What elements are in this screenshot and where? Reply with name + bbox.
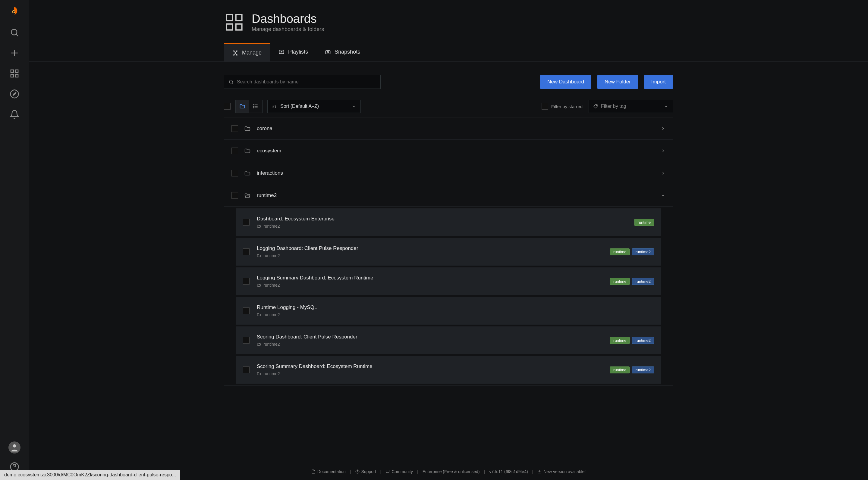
dashboard-row[interactable]: Scoring Dashboard: Client Pulse Responde… — [236, 327, 661, 354]
tab-snapshots[interactable]: Snapshots — [316, 43, 369, 61]
view-list-toggle[interactable] — [249, 100, 262, 113]
folder-icon — [239, 103, 245, 109]
folder-icon — [244, 125, 251, 132]
dashboard-folder-label: runtime2 — [257, 371, 603, 376]
dashboard-title: Scoring Summary Dashboard: Ecosystem Run… — [257, 364, 603, 370]
footer-docs[interactable]: Documentation — [311, 469, 346, 474]
dashboard-checkbox[interactable] — [243, 278, 250, 284]
view-folder-toggle[interactable] — [236, 100, 249, 113]
folder-row-expanded[interactable]: runtime2 — [224, 184, 673, 207]
tag-filter-placeholder: Filter by tag — [601, 104, 626, 109]
dashboard-checkbox[interactable] — [243, 337, 250, 344]
svg-rect-5 — [11, 70, 13, 73]
grafana-logo[interactable] — [8, 5, 21, 17]
sort-label: Sort (Default A–Z) — [280, 104, 319, 109]
tab-manage-label: Manage — [242, 50, 261, 56]
chevron-down-icon — [661, 193, 665, 198]
dashboard-row[interactable]: Scoring Summary Dashboard: Ecosystem Run… — [236, 356, 661, 384]
tag-badge[interactable]: runtime — [610, 278, 629, 285]
filter-starred-label: Filter by starred — [551, 104, 583, 109]
dashboard-title: Runtime Logging - MySQL — [257, 304, 647, 310]
chevron-right-icon — [661, 126, 665, 131]
folder-row[interactable]: ecosystem — [224, 140, 673, 162]
explore-nav-icon[interactable] — [7, 87, 22, 101]
folder-row[interactable]: interactions — [224, 162, 673, 184]
filter-starred[interactable]: Filter by starred — [541, 103, 583, 110]
tag-filter-select[interactable]: Filter by tag — [589, 100, 673, 113]
dashboard-title: Scoring Dashboard: Client Pulse Responde… — [257, 334, 603, 340]
dashboard-tags: runtime — [634, 219, 654, 226]
user-avatar[interactable] — [8, 441, 21, 453]
search-input[interactable] — [237, 79, 376, 84]
folder-checkbox[interactable] — [231, 192, 238, 199]
dashboard-row[interactable]: Logging Dashboard: Client Pulse Responde… — [236, 238, 661, 266]
search-nav-icon[interactable] — [7, 25, 22, 40]
svg-point-9 — [10, 90, 19, 98]
view-toggle — [236, 100, 262, 113]
dashboard-tags: runtimeruntime2 — [610, 337, 654, 344]
dashboard-title: Logging Summary Dashboard: Ecosystem Run… — [257, 275, 603, 281]
search-input-wrapper[interactable] — [224, 75, 381, 89]
dashboard-folder-label: runtime2 — [257, 342, 603, 347]
filter-starred-checkbox[interactable] — [541, 103, 548, 110]
sort-select[interactable]: Sort (Default A–Z) — [267, 100, 361, 113]
svg-line-24 — [236, 51, 237, 53]
tab-playlists[interactable]: Playlists — [270, 43, 316, 61]
new-folder-button[interactable]: New Folder — [597, 75, 638, 89]
tag-badge[interactable]: runtime — [634, 219, 654, 226]
dashboard-folder-label: runtime2 — [257, 312, 647, 317]
dashboard-row[interactable]: Runtime Logging - MySQLruntime2 — [236, 297, 661, 324]
import-button[interactable]: Import — [644, 75, 673, 89]
svg-point-38 — [253, 107, 254, 108]
dashboard-title: Dashboard: Ecosystem Enterprise — [257, 216, 627, 222]
folder-name: interactions — [257, 170, 283, 176]
folder-checkbox[interactable] — [231, 125, 238, 132]
svg-rect-29 — [326, 50, 330, 54]
dashboard-folder-label: runtime2 — [257, 253, 603, 258]
folder-icon — [244, 147, 251, 154]
footer-enterprise: Enterprise (Free & unlicensed) — [423, 469, 480, 474]
svg-rect-14 — [227, 15, 233, 21]
folder-checkbox[interactable] — [231, 147, 238, 154]
svg-point-31 — [229, 80, 233, 83]
svg-rect-15 — [236, 15, 242, 21]
search-icon — [228, 79, 234, 84]
folder-row[interactable]: corona — [224, 117, 673, 140]
tag-badge[interactable]: runtime — [610, 337, 629, 344]
svg-point-42 — [596, 105, 597, 106]
dashboard-checkbox[interactable] — [243, 248, 250, 255]
tag-badge[interactable]: runtime2 — [632, 278, 654, 285]
tag-badge[interactable]: runtime2 — [632, 337, 654, 344]
select-all-checkbox[interactable] — [224, 103, 230, 110]
tag-badge[interactable]: runtime — [610, 248, 629, 255]
create-nav-icon[interactable] — [7, 46, 22, 60]
folder-checkbox[interactable] — [231, 170, 238, 176]
new-dashboard-button[interactable]: New Dashboard — [540, 75, 591, 89]
page-subtitle: Manage dashboards & folders — [252, 26, 324, 33]
footer-new-version[interactable]: New version available! — [537, 469, 586, 474]
folder-name: runtime2 — [257, 193, 277, 199]
tab-manage[interactable]: Manage — [224, 43, 270, 61]
dashboard-checkbox[interactable] — [243, 367, 250, 373]
chevron-down-icon — [664, 104, 669, 109]
folder-name: corona — [257, 126, 273, 132]
url-status-tooltip: demo.ecosystem.ai:3000/d/MC0OmK2Zl/scori… — [0, 470, 180, 480]
svg-marker-28 — [281, 51, 282, 52]
page-title: Dashboards — [252, 12, 324, 26]
tag-badge[interactable]: runtime2 — [632, 248, 654, 255]
dashboard-folder-label: runtime2 — [257, 224, 627, 229]
tag-badge[interactable]: runtime2 — [632, 367, 654, 373]
alerting-nav-icon[interactable] — [7, 107, 22, 122]
dashboard-checkbox[interactable] — [243, 307, 250, 314]
dashboard-checkbox[interactable] — [243, 219, 250, 226]
dashboard-row[interactable]: Logging Summary Dashboard: Ecosystem Run… — [236, 267, 661, 295]
footer-support[interactable]: Support — [355, 469, 376, 474]
dashboard-row[interactable]: Dashboard: Ecosystem Enterpriseruntime2r… — [236, 208, 661, 236]
dashboards-header-icon — [224, 12, 244, 33]
svg-point-1 — [11, 29, 17, 35]
dashboards-nav-icon[interactable] — [7, 66, 22, 81]
dashboard-list: corona ecosystem interactions — [224, 117, 673, 386]
footer-community[interactable]: Community — [385, 469, 413, 474]
chevron-right-icon — [661, 148, 665, 153]
tag-badge[interactable]: runtime — [610, 367, 629, 373]
